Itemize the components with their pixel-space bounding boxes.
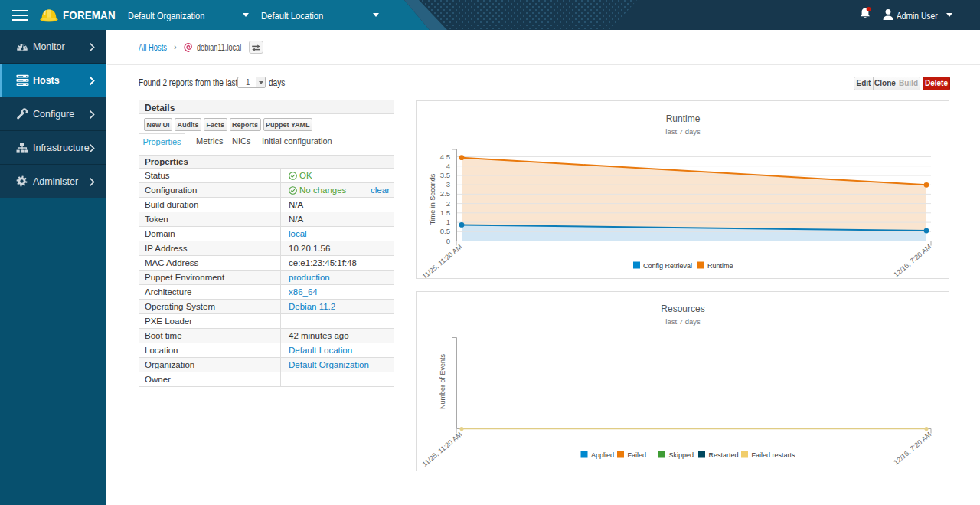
svg-text:Skipped: Skipped [669, 451, 694, 459]
svg-text:11/25, 11:20 AM: 11/25, 11:20 AM [421, 431, 464, 468]
svg-text:Restarted: Restarted [709, 451, 739, 459]
svg-text:4: 4 [446, 162, 450, 170]
svg-text:Config Retrieval: Config Retrieval [643, 262, 692, 270]
svg-text:4.5: 4.5 [440, 152, 450, 161]
svg-text:1.5: 1.5 [440, 208, 450, 217]
svg-text:Time in Seconds: Time in Seconds [429, 173, 436, 225]
svg-text:3: 3 [446, 180, 450, 189]
svg-text:Runtime: Runtime [666, 113, 701, 124]
svg-text:Number of Events: Number of Events [439, 353, 446, 409]
svg-text:2.5: 2.5 [440, 189, 450, 198]
svg-text:last 7 days: last 7 days [665, 317, 701, 326]
svg-text:1: 1 [446, 218, 450, 226]
svg-text:0.5: 0.5 [440, 227, 450, 235]
svg-text:12/16, 7:20 AM: 12/16, 7:20 AM [892, 243, 933, 278]
svg-text:3.5: 3.5 [440, 171, 450, 179]
svg-text:last 7 days: last 7 days [665, 127, 701, 136]
svg-text:12/16, 7:20 AM: 12/16, 7:20 AM [892, 431, 933, 467]
svg-text:Resources: Resources [661, 303, 704, 314]
svg-text:2: 2 [446, 199, 450, 208]
svg-text:Failed restarts: Failed restarts [752, 451, 796, 459]
svg-text:Failed: Failed [628, 451, 647, 459]
svg-text:11/25, 11:20 AM: 11/25, 11:20 AM [421, 243, 464, 278]
svg-text:Applied: Applied [591, 451, 614, 459]
svg-text:0: 0 [446, 237, 450, 245]
svg-text:Runtime: Runtime [707, 262, 733, 270]
